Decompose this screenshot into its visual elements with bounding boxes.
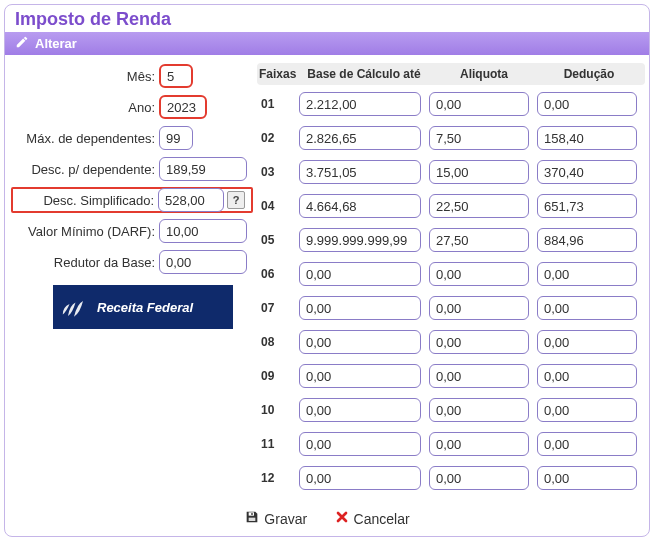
base-input[interactable] [299, 330, 421, 354]
base-input[interactable] [299, 398, 421, 422]
table-row: 01 [257, 91, 645, 117]
table-row: 09 [257, 363, 645, 389]
max-dependentes-label: Máx. de dependentes: [13, 131, 159, 146]
deducao-input[interactable] [537, 228, 637, 252]
deducao-input[interactable] [537, 262, 637, 286]
ano-label: Ano: [13, 100, 159, 115]
deducao-input[interactable] [537, 126, 637, 150]
deducao-input[interactable] [537, 92, 637, 116]
gravar-label: Gravar [264, 511, 307, 527]
base-input[interactable] [299, 364, 421, 388]
cancelar-button[interactable]: Cancelar [328, 507, 416, 530]
deducao-input[interactable] [537, 160, 637, 184]
desc-dependente-label: Desc. p/ dependente: [13, 162, 159, 177]
max-dependentes-input[interactable] [159, 126, 193, 150]
table-row: 05 [257, 227, 645, 253]
col-aliquota: Aliquota [429, 63, 539, 85]
deducao-input[interactable] [537, 364, 637, 388]
faixa-number: 01 [257, 97, 299, 111]
receita-federal-logo: Receita Federal [53, 285, 233, 329]
cancel-icon [334, 509, 350, 528]
aliquota-input[interactable] [429, 364, 529, 388]
receita-federal-icon [57, 290, 91, 324]
base-input[interactable] [299, 296, 421, 320]
deducao-input[interactable] [537, 296, 637, 320]
svg-rect-1 [252, 513, 253, 515]
mes-label: Mês: [13, 69, 159, 84]
base-input[interactable] [299, 466, 421, 490]
mes-input[interactable] [159, 64, 193, 88]
aliquota-input[interactable] [429, 466, 529, 490]
content-area: Mês: Ano: Máx. de dependentes: Desc. p/ … [5, 55, 649, 503]
table-header: Faixas Base de Cálculo até Aliquota Dedu… [257, 63, 645, 85]
help-button[interactable]: ? [227, 191, 245, 209]
valor-minimo-label: Valor Mínimo (DARF): [13, 224, 159, 239]
desc-dependente-input[interactable] [159, 157, 247, 181]
faixa-number: 02 [257, 131, 299, 145]
base-input[interactable] [299, 432, 421, 456]
aliquota-input[interactable] [429, 398, 529, 422]
deducao-input[interactable] [537, 466, 637, 490]
faixa-number: 10 [257, 403, 299, 417]
faixa-number: 04 [257, 199, 299, 213]
aliquota-input[interactable] [429, 296, 529, 320]
redutor-base-label: Redutor da Base: [13, 255, 159, 270]
desc-simplificado-input[interactable] [158, 188, 224, 212]
aliquota-input[interactable] [429, 194, 529, 218]
svg-rect-2 [249, 518, 256, 521]
desc-simplificado-label: Desc. Simplificado: [14, 193, 158, 208]
col-deducao: Dedução [539, 63, 639, 85]
main-panel: Imposto de Renda Alterar Mês: Ano: Máx. … [4, 4, 650, 537]
aliquota-input[interactable] [429, 126, 529, 150]
col-faixas: Faixas [257, 63, 299, 85]
table-body: 010203040506070809101112 [257, 91, 645, 491]
table-column: Faixas Base de Cálculo até Aliquota Dedu… [257, 63, 645, 499]
valor-minimo-input[interactable] [159, 219, 247, 243]
aliquota-input[interactable] [429, 330, 529, 354]
form-column: Mês: Ano: Máx. de dependentes: Desc. p/ … [13, 63, 253, 499]
faixa-number: 12 [257, 471, 299, 485]
faixa-number: 08 [257, 335, 299, 349]
save-icon [244, 509, 260, 528]
subheader: Alterar [5, 32, 649, 55]
redutor-base-input[interactable] [159, 250, 247, 274]
subheader-text: Alterar [35, 36, 77, 51]
faixa-number: 09 [257, 369, 299, 383]
faixa-number: 07 [257, 301, 299, 315]
faixa-number: 11 [257, 437, 299, 451]
base-input[interactable] [299, 262, 421, 286]
faixa-number: 05 [257, 233, 299, 247]
logo-text: Receita Federal [97, 300, 193, 315]
faixa-number: 06 [257, 267, 299, 281]
aliquota-input[interactable] [429, 262, 529, 286]
base-input[interactable] [299, 194, 421, 218]
footer: Gravar Cancelar [5, 503, 649, 536]
table-row: 07 [257, 295, 645, 321]
faixa-number: 03 [257, 165, 299, 179]
base-input[interactable] [299, 92, 421, 116]
aliquota-input[interactable] [429, 92, 529, 116]
aliquota-input[interactable] [429, 228, 529, 252]
base-input[interactable] [299, 126, 421, 150]
aliquota-input[interactable] [429, 432, 529, 456]
deducao-input[interactable] [537, 194, 637, 218]
deducao-input[interactable] [537, 330, 637, 354]
page-title: Imposto de Renda [5, 5, 649, 32]
col-base: Base de Cálculo até [299, 63, 429, 85]
base-input[interactable] [299, 160, 421, 184]
table-row: 03 [257, 159, 645, 185]
table-row: 08 [257, 329, 645, 355]
gravar-button[interactable]: Gravar [238, 507, 313, 530]
table-row: 11 [257, 431, 645, 457]
aliquota-input[interactable] [429, 160, 529, 184]
table-row: 04 [257, 193, 645, 219]
deducao-input[interactable] [537, 432, 637, 456]
desc-simplificado-row: Desc. Simplificado: ? [11, 187, 253, 213]
base-input[interactable] [299, 228, 421, 252]
table-row: 12 [257, 465, 645, 491]
ano-input[interactable] [159, 95, 207, 119]
table-row: 10 [257, 397, 645, 423]
deducao-input[interactable] [537, 398, 637, 422]
cancelar-label: Cancelar [354, 511, 410, 527]
table-row: 02 [257, 125, 645, 151]
